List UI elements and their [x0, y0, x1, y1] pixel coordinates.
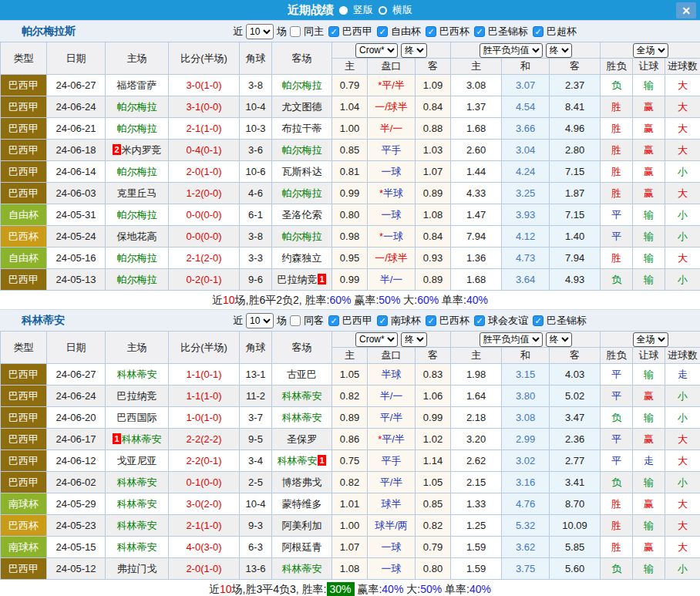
- away-team-cell: 科林蒂安: [272, 386, 332, 407]
- col-corner: 角球: [240, 42, 272, 75]
- away-odds-cell: 1.02: [416, 429, 451, 450]
- col-away: 客场: [272, 332, 332, 364]
- league-type-cell: 巴西甲: [1, 118, 47, 140]
- league-checkbox[interactable]: ✓: [474, 315, 485, 326]
- horizontal-layout-radio[interactable]: [379, 6, 387, 15]
- league-type-cell: 巴西甲: [1, 407, 47, 429]
- league-type-cell: 巴西甲: [1, 472, 47, 493]
- league-checkbox[interactable]: ✓: [377, 26, 388, 37]
- date-cell: 24-06-24: [47, 386, 106, 407]
- away-team-cell: 帕尔梅拉: [272, 183, 332, 204]
- away-team-cell: 科林蒂安: [272, 558, 332, 580]
- vertical-layout-label[interactable]: 竖版: [353, 3, 373, 17]
- avg-home-cell: 3.20: [451, 429, 502, 450]
- games-count-select[interactable]: 10: [246, 24, 274, 39]
- away-odds-cell: 1.05: [416, 472, 451, 493]
- handicap-cell: *一球: [368, 226, 416, 247]
- summary-segment: 场,胜3平4负3, 胜率:: [232, 583, 327, 595]
- league-checkbox[interactable]: ✓: [328, 315, 339, 326]
- home-team-cell: 帕尔梅拉: [106, 96, 169, 118]
- avg-odds-select[interactable]: 胜平负均值: [480, 332, 543, 347]
- league-checkbox[interactable]: ✓: [328, 26, 339, 37]
- match-row: 巴西甲24-06-24帕尔梅拉3-1(0-0)10-4尤文图德1.04一/球半0…: [1, 96, 700, 118]
- goals-result-cell: 大: [665, 450, 700, 472]
- avg-away-cell: 2.37: [550, 75, 601, 96]
- final-avg-select[interactable]: 终: [546, 332, 572, 347]
- col-avg-draw: 和: [502, 348, 550, 364]
- team-header: 科林蒂安 近 10 场 同客 ✓巴西甲✓南球杯✓巴西杯✓球会友谊✓巴圣锦标: [0, 309, 700, 331]
- corners-cell: 6-1: [240, 204, 272, 226]
- vertical-layout-radio[interactable]: [339, 6, 348, 15]
- handicap-result-cell: 赢: [633, 386, 665, 407]
- col-let: 让球: [633, 59, 665, 75]
- avg-draw-cell: 3.15: [502, 364, 550, 386]
- avg-draw-cell: 3.66: [502, 118, 550, 140]
- handicap-result-cell: 输: [633, 269, 665, 291]
- score-cell: 0-0(0-0): [169, 226, 240, 247]
- score-cell: 0-0(0-0): [169, 204, 240, 226]
- league-checkbox[interactable]: ✓: [426, 26, 436, 37]
- handicap-result-cell: 输: [633, 75, 665, 96]
- away-odds-cell: 0.80: [416, 558, 451, 580]
- home-team-cell: 帕尔梅拉: [106, 161, 169, 183]
- home-team-cell: 2米内罗竞: [106, 140, 169, 161]
- handicap-group-header: Crow*终: [332, 42, 451, 59]
- score-cell: 2-2(0-1): [169, 450, 240, 472]
- handicap-cell: 半球: [368, 364, 416, 386]
- games-count-select[interactable]: 10: [246, 313, 274, 328]
- league-checkbox[interactable]: ✓: [474, 26, 485, 37]
- match-scope-select[interactable]: 全场: [633, 43, 668, 58]
- avg-home-cell: 1.36: [451, 247, 502, 269]
- avg-away-cell: 5.85: [550, 537, 601, 558]
- odds-source-select[interactable]: Crow*: [355, 332, 398, 347]
- league-checkbox[interactable]: ✓: [533, 26, 544, 37]
- team-label: 帕尔梅拉: [282, 144, 322, 156]
- date-cell: 24-06-17: [47, 429, 106, 450]
- date-cell: 24-06-21: [47, 118, 106, 140]
- home-team-cell: 帕尔梅拉: [106, 247, 169, 269]
- avg-odds-select[interactable]: 胜平负均值: [480, 43, 543, 58]
- avg-draw-cell: 4.73: [502, 247, 550, 269]
- goals-result-cell: 小: [665, 472, 700, 493]
- match-scope-select[interactable]: 全场: [633, 332, 668, 347]
- home-team-cell: 克里丘马: [106, 183, 169, 204]
- team-label: 帕尔梅拉: [117, 166, 157, 177]
- avg-group-header: 胜平负均值终: [451, 42, 601, 59]
- date-cell: 24-06-27: [47, 75, 106, 96]
- home-odds-cell: 0.99: [332, 183, 368, 204]
- league-type-cell: 巴西甲: [1, 75, 47, 96]
- avg-home-cell: 1.64: [451, 386, 502, 407]
- final-avg-select[interactable]: 终: [546, 43, 572, 58]
- col-score: 比分(半场): [169, 332, 240, 364]
- league-checkbox[interactable]: ✓: [426, 315, 436, 326]
- match-row: 巴西甲24-05-12弗拉门戈2-0(1-0)13-6科林蒂安1.08一球0.8…: [1, 558, 700, 580]
- match-row: 巴西甲24-06-02科林蒂安0-1(0-0)2-5博塔弗戈0.82平/半1.0…: [1, 472, 700, 493]
- home-team-cell: 帕尔梅拉: [106, 204, 169, 226]
- league-checkbox[interactable]: ✓: [377, 315, 388, 326]
- avg-draw-cell: 4.76: [502, 493, 550, 515]
- league-checkbox[interactable]: ✓: [533, 315, 544, 326]
- final-odds-select[interactable]: 终: [401, 43, 427, 58]
- final-odds-select[interactable]: 终: [401, 332, 427, 347]
- score-cell: 1-2(0-0): [169, 183, 240, 204]
- same-away-checkbox[interactable]: [290, 315, 301, 326]
- team-label: 弗拉门戈: [117, 563, 157, 574]
- avg-home-cell: 2.18: [451, 407, 502, 429]
- avg-home-cell: 2.15: [451, 472, 502, 493]
- result-cell: 负: [601, 407, 633, 429]
- avg-away-cell: 3.47: [550, 407, 601, 429]
- avg-away-cell: 2.80: [550, 140, 601, 161]
- match-history-window: 近期战绩 竖版 横版 ✕ 帕尔梅拉斯 近 10 场 同主 ✓巴西甲✓自由杯✓巴西…: [0, 0, 700, 596]
- close-button[interactable]: ✕: [676, 2, 696, 19]
- avg-home-cell: 1.68: [451, 118, 502, 140]
- score-cell: 1-0(1-0): [169, 407, 240, 429]
- league-type-cell: 自由杯: [1, 247, 47, 269]
- odds-source-select[interactable]: Crow*: [355, 43, 398, 58]
- rank-badge: 2: [113, 144, 120, 155]
- horizontal-layout-label[interactable]: 横版: [392, 3, 412, 17]
- team-label: 福塔雷萨: [117, 79, 157, 91]
- league-type-cell: 巴西甲: [1, 558, 47, 580]
- summary-segment: 大:: [400, 294, 417, 306]
- score-cell: 0-1(0-0): [169, 472, 240, 493]
- same-home-checkbox[interactable]: [290, 26, 301, 37]
